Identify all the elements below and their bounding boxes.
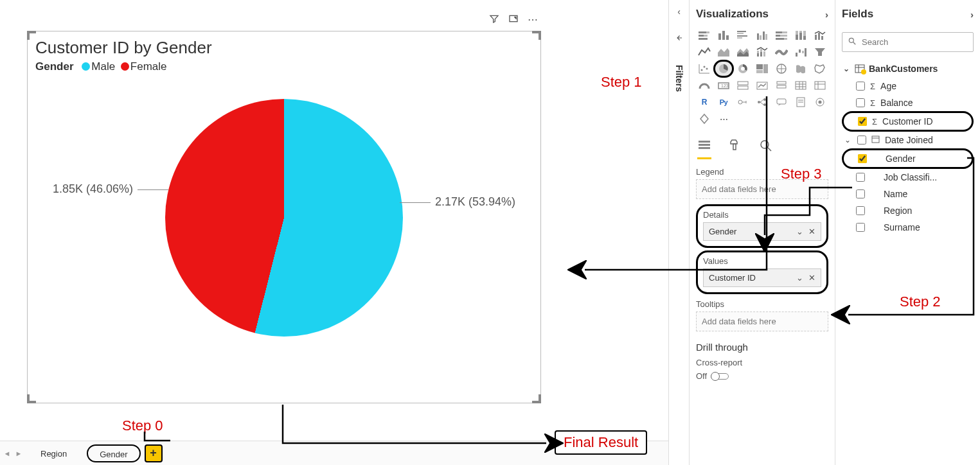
viz-map-icon[interactable] <box>773 62 790 76</box>
cross-report-toggle[interactable]: Off <box>696 371 729 381</box>
field-age[interactable]: Σ Age <box>842 78 974 94</box>
remove-field-icon[interactable]: ✕ <box>808 227 815 236</box>
viz-paginated-icon[interactable] <box>792 95 809 109</box>
field-name[interactable]: Name <box>842 186 974 202</box>
viz-table-icon[interactable] <box>792 78 809 92</box>
viz-shape-map-icon[interactable] <box>812 62 828 76</box>
details-well-pill[interactable]: Gender ⌄✕ <box>703 222 821 241</box>
report-canvas[interactable]: ⋯ Customer ID by Gender Gender Male Fema… <box>0 0 668 430</box>
more-options-icon[interactable]: ⋯ <box>528 13 538 26</box>
viz-decomposition-tree-icon[interactable] <box>754 95 771 109</box>
viz-slicer-icon[interactable] <box>773 78 790 92</box>
fields-tab-icon[interactable] <box>697 139 711 159</box>
viz-line-icon[interactable] <box>696 45 713 59</box>
viz-qa-icon[interactable] <box>773 95 790 109</box>
tabs-prev-icon[interactable]: ◄ <box>1 450 13 457</box>
svg-rect-56 <box>738 86 748 89</box>
sheet-tab-region[interactable]: Region <box>28 444 79 462</box>
viz-kpi-icon[interactable] <box>754 78 771 92</box>
viz-stacked-column-icon[interactable] <box>715 28 732 42</box>
fields-search-input[interactable]: Search <box>842 32 974 52</box>
field-balance-checkbox[interactable] <box>856 98 865 107</box>
resize-handle-tr[interactable] <box>532 31 541 40</box>
viz-waterfall-icon[interactable] <box>792 45 809 59</box>
sheet-tab-bar: ◄ ► Region Gender + <box>0 441 668 465</box>
field-balance[interactable]: Σ Balance <box>842 94 974 111</box>
focus-mode-icon[interactable] <box>508 13 519 26</box>
viz-gauge-icon[interactable] <box>696 78 713 92</box>
svg-rect-58 <box>777 82 786 84</box>
table-bankcustomers[interactable]: ⌄ BankCustomers <box>842 61 974 78</box>
viz-multi-row-card-icon[interactable] <box>735 78 751 92</box>
pie-chart-visual[interactable]: ⋯ Customer ID by Gender Gender Male Fema… <box>27 31 541 403</box>
tooltips-well[interactable]: Add data fields here <box>696 311 828 331</box>
sigma-icon: Σ <box>870 98 875 108</box>
viz-clustered-bar-icon[interactable] <box>735 28 751 42</box>
caret-down-icon[interactable]: ⌄ <box>843 136 852 145</box>
viz-area-icon[interactable] <box>715 45 732 59</box>
viz-treemap-icon[interactable] <box>754 62 771 76</box>
viz-100-stacked-column-icon[interactable] <box>792 28 809 42</box>
viz-scatter-icon[interactable] <box>696 62 713 76</box>
viz-clustered-column-icon[interactable] <box>754 28 771 42</box>
viz-100-stacked-bar-icon[interactable] <box>773 28 790 42</box>
resize-handle-tl[interactable] <box>27 31 36 40</box>
field-region[interactable]: Region <box>842 202 974 219</box>
filters-label[interactable]: Filters <box>674 65 684 92</box>
viz-line-column-icon[interactable] <box>812 28 828 42</box>
format-tab-icon[interactable] <box>728 139 742 159</box>
field-job-checkbox[interactable] <box>856 173 865 182</box>
viz-powerapps-icon[interactable] <box>696 112 713 126</box>
analytics-tab-icon[interactable] <box>759 139 773 159</box>
field-job[interactable]: Job Classifi... <box>842 169 974 186</box>
viz-filled-map-icon[interactable] <box>792 62 809 76</box>
resize-handle-br[interactable] <box>532 394 541 403</box>
viz-donut-icon[interactable] <box>735 62 751 76</box>
viz-python-icon[interactable]: Py <box>715 95 732 109</box>
resize-handle-bl[interactable] <box>27 394 36 403</box>
legend-well[interactable]: Add data fields here <box>696 179 828 199</box>
add-sheet-button[interactable]: + <box>145 444 163 462</box>
field-date-joined-checkbox[interactable] <box>857 136 866 145</box>
remove-field-icon[interactable]: ✕ <box>808 273 815 283</box>
svg-point-77 <box>819 101 822 104</box>
sheet-tab-gender[interactable]: Gender <box>87 444 140 462</box>
field-gender-checkbox[interactable] <box>858 154 867 163</box>
field-region-checkbox[interactable] <box>856 206 865 215</box>
filters-pane-collapsed[interactable]: ‹ Filters <box>668 0 689 465</box>
field-surname[interactable]: Surname <box>842 219 974 236</box>
svg-rect-22 <box>776 38 784 40</box>
values-well-pill[interactable]: Customer ID ⌄✕ <box>703 268 821 287</box>
viz-stacked-area-icon[interactable] <box>735 45 751 59</box>
expand-filters-icon[interactable] <box>675 33 684 44</box>
viz-matrix-icon[interactable] <box>812 78 828 92</box>
viz-line-stacked-column-icon[interactable] <box>754 45 771 59</box>
chevron-down-icon[interactable]: ⌄ <box>796 227 803 236</box>
viz-get-more-icon[interactable]: ⋯ <box>715 112 732 126</box>
field-name-checkbox[interactable] <box>856 189 865 198</box>
chevron-down-icon[interactable]: ⌄ <box>796 273 803 283</box>
field-gender[interactable]: Gender <box>842 148 974 169</box>
viz-r-script-icon[interactable]: R <box>696 95 713 109</box>
viz-pie-icon[interactable] <box>715 62 732 76</box>
viz-stacked-bar-icon[interactable] <box>696 28 713 42</box>
filter-icon[interactable] <box>489 13 499 26</box>
field-balance-label: Balance <box>880 98 913 108</box>
viz-card-icon[interactable]: 123 <box>715 78 732 92</box>
tabs-next-icon[interactable]: ► <box>13 450 24 457</box>
viz-arcgis-icon[interactable] <box>812 95 828 109</box>
field-age-checkbox[interactable] <box>856 82 865 91</box>
sigma-icon: Σ <box>870 82 875 91</box>
viz-key-influencers-icon[interactable] <box>735 95 751 109</box>
viz-funnel-icon[interactable] <box>812 45 828 59</box>
field-region-label: Region <box>884 206 912 216</box>
chevron-right-icon[interactable]: › <box>825 9 828 20</box>
field-customer-id-checkbox[interactable] <box>858 117 867 126</box>
viz-ribbon-icon[interactable] <box>773 45 790 59</box>
chevron-right-icon[interactable]: › <box>970 9 974 20</box>
field-customer-id[interactable]: Σ Customer ID <box>842 111 974 132</box>
pie-chart[interactable] <box>165 99 403 337</box>
field-surname-checkbox[interactable] <box>856 223 865 232</box>
field-date-joined[interactable]: ⌄ Date Joined <box>842 132 974 148</box>
chevron-left-icon[interactable]: ‹ <box>677 6 681 17</box>
